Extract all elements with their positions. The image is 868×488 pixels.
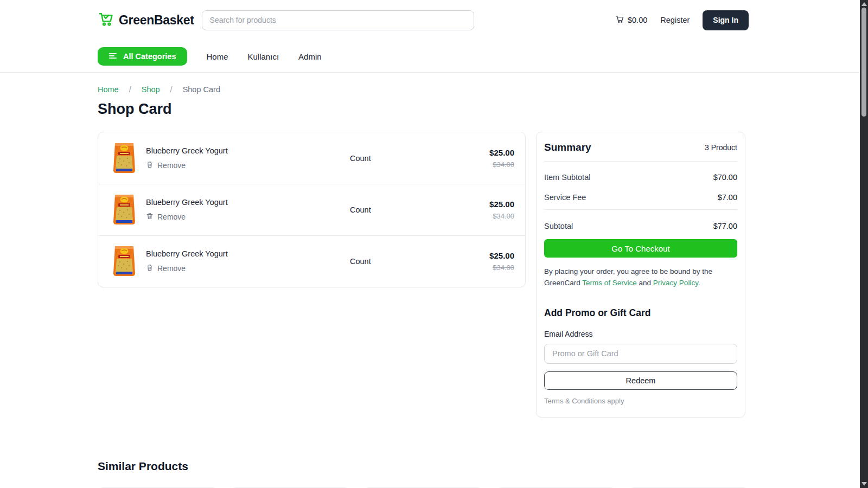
item-name: Blueberry Greek Yogurt xyxy=(146,146,228,155)
order-terms-text: By placing your order, you agree to be b… xyxy=(544,266,737,289)
item-subtotal-label: Item Subtotal xyxy=(544,173,590,182)
summary-header: Summary 3 Product xyxy=(544,142,737,153)
remove-button[interactable]: Remove xyxy=(146,264,186,273)
subtotal-value: $77.00 xyxy=(713,222,737,230)
scrollbar-thumb[interactable] xyxy=(861,8,866,117)
remove-button[interactable]: Remove xyxy=(146,212,186,222)
brand-title: GreenBasket xyxy=(119,13,194,28)
scrollbar[interactable] xyxy=(860,0,868,488)
remove-label: Remove xyxy=(157,161,186,170)
price-block: $25.00 $34.00 xyxy=(489,200,514,220)
breadcrumb-separator: / xyxy=(129,85,131,94)
breadcrumb-separator: / xyxy=(170,85,173,94)
cart-item-row: Blueberry Greek Yogurt Remove Count $25.… xyxy=(98,184,525,235)
divider xyxy=(544,209,737,210)
header-actions: $0.00 Register Sign In xyxy=(615,10,749,30)
item-info: Blueberry Greek Yogurt Remove xyxy=(146,146,228,170)
list-icon xyxy=(108,52,117,61)
register-link[interactable]: Register xyxy=(660,16,690,24)
summary-panel: Summary 3 Product Item Subtotal $70.00 S… xyxy=(536,132,745,418)
terms-suffix: . xyxy=(698,279,700,287)
subtotal-label: Subtotal xyxy=(544,222,573,230)
trash-icon xyxy=(146,264,154,273)
main-area: Blueberry Greek Yogurt Remove Count $25.… xyxy=(98,132,749,418)
cart-total-amount: $0.00 xyxy=(628,16,647,24)
trash-icon xyxy=(146,160,154,170)
item-price: $25.00 xyxy=(489,148,514,157)
summary-row-subtotal: Subtotal $77.00 xyxy=(544,217,737,230)
remove-label: Remove xyxy=(157,264,186,273)
site-header: GreenBasket $0.00 Register Sign In xyxy=(0,10,868,73)
cart-panel: Blueberry Greek Yogurt Remove Count $25.… xyxy=(98,132,526,287)
item-subtotal-value: $70.00 xyxy=(713,173,737,182)
item-price: $25.00 xyxy=(489,200,514,209)
count-label: Count xyxy=(350,154,371,163)
remove-button[interactable]: Remove xyxy=(146,160,186,170)
price-block: $25.00 $34.00 xyxy=(489,148,514,169)
nav-link-kullanici[interactable]: Kullanıcı xyxy=(248,52,279,61)
summary-product-count: 3 Product xyxy=(705,143,737,152)
privacy-policy-link[interactable]: Privacy Policy xyxy=(653,279,698,287)
price-block: $25.00 $34.00 xyxy=(489,251,514,272)
sign-in-button[interactable]: Sign In xyxy=(703,10,749,30)
item-info: Blueberry Greek Yogurt Remove xyxy=(146,198,228,222)
divider xyxy=(544,161,737,162)
item-price: $25.00 xyxy=(489,251,514,260)
service-fee-label: Service Fee xyxy=(544,193,586,202)
product-image xyxy=(112,243,137,279)
nav-link-admin[interactable]: Admin xyxy=(298,52,322,61)
item-old-price: $34.00 xyxy=(489,212,514,220)
service-fee-value: $7.00 xyxy=(718,193,737,202)
cart-item-row: Blueberry Greek Yogurt Remove Count $25.… xyxy=(98,235,525,287)
header-cart-button[interactable]: $0.00 xyxy=(615,15,647,25)
summary-row-service-fee: Service Fee $7.00 xyxy=(544,187,737,202)
brand[interactable]: GreenBasket xyxy=(98,11,194,30)
page-title: Shop Card xyxy=(98,101,749,118)
trash-icon xyxy=(146,212,154,222)
top-bar: GreenBasket $0.00 Register Sign In xyxy=(98,10,749,30)
cart-item-row: Blueberry Greek Yogurt Remove Count $25.… xyxy=(98,132,525,184)
breadcrumb-current: Shop Card xyxy=(183,85,220,94)
product-image xyxy=(112,140,137,176)
item-info: Blueberry Greek Yogurt Remove xyxy=(146,249,228,273)
redeem-button[interactable]: Redeem xyxy=(544,371,737,390)
promo-title: Add Promo or Gift Card xyxy=(544,307,737,319)
breadcrumb-home[interactable]: Home xyxy=(98,85,119,94)
item-old-price: $34.00 xyxy=(489,160,514,169)
promo-code-input[interactable] xyxy=(544,344,737,364)
main-nav: All Categories Home Kullanıcı Admin xyxy=(98,47,749,66)
arrow-down-icon[interactable] xyxy=(861,482,867,486)
item-old-price: $34.00 xyxy=(489,264,514,272)
item-name: Blueberry Greek Yogurt xyxy=(146,198,228,207)
promo-terms-note: Terms & Conditions apply xyxy=(544,397,737,405)
similar-products-title: Similar Products xyxy=(98,460,749,473)
go-to-checkout-button[interactable]: Go To Checkout xyxy=(544,239,737,258)
count-label: Count xyxy=(350,257,371,266)
product-image xyxy=(112,192,137,228)
item-name: Blueberry Greek Yogurt xyxy=(146,249,228,258)
nav-link-home[interactable]: Home xyxy=(207,52,228,61)
summary-row-item-subtotal: Item Subtotal $70.00 xyxy=(544,166,737,182)
arrow-up-icon[interactable] xyxy=(861,2,867,6)
cart-icon xyxy=(615,15,624,25)
email-address-label: Email Address xyxy=(544,330,737,338)
all-categories-button[interactable]: All Categories xyxy=(98,47,187,66)
cart-check-icon xyxy=(98,11,114,30)
summary-title: Summary xyxy=(544,142,591,153)
breadcrumb-shop[interactable]: Shop xyxy=(142,85,160,94)
count-label: Count xyxy=(350,206,371,214)
all-categories-label: All Categories xyxy=(123,52,176,61)
search-input[interactable] xyxy=(202,10,474,30)
terms-and: and xyxy=(637,279,653,287)
terms-of-service-link[interactable]: Terms of Service xyxy=(582,279,637,287)
remove-label: Remove xyxy=(157,213,186,221)
breadcrumb: Home / Shop / Shop Card xyxy=(98,85,749,94)
